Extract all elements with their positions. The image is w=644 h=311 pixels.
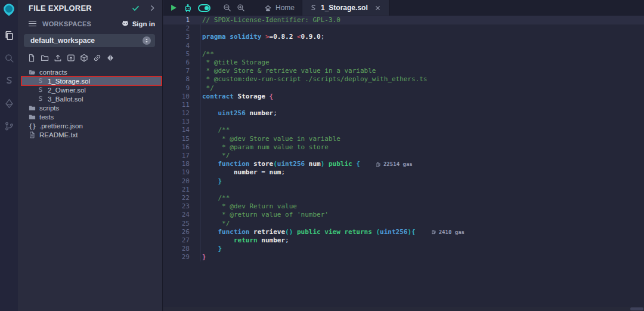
upload-folder-icon[interactable] xyxy=(67,54,75,62)
code-line[interactable]: 7 * @dev Store & retrieve value in a var… xyxy=(163,67,644,75)
line-number: 2 xyxy=(163,24,190,33)
code-line[interactable]: 4 xyxy=(163,42,644,50)
code-line[interactable]: 22 /** xyxy=(163,194,644,202)
line-number: 15 xyxy=(163,135,190,143)
code-line[interactable]: 28 } xyxy=(163,245,644,253)
horizontal-scrollbar[interactable] xyxy=(163,307,644,311)
line-number: 18 xyxy=(163,160,190,168)
code-line[interactable]: 10contract Storage { xyxy=(163,93,644,101)
code-line[interactable]: 24 * @return value of 'number' xyxy=(163,211,644,219)
line-number: 17 xyxy=(163,152,190,160)
check-icon[interactable] xyxy=(131,4,140,13)
gas-icon xyxy=(431,229,436,235)
gas-estimate-label: 22514 gas xyxy=(383,160,413,168)
code-line[interactable]: 2 xyxy=(163,24,644,33)
workspaces-row: WORKSPACES Sign in xyxy=(18,16,162,31)
line-number: 8 xyxy=(163,75,190,84)
code-line[interactable]: 11 xyxy=(163,101,644,109)
code-line[interactable]: 13 xyxy=(163,118,644,126)
line-number: 23 xyxy=(163,202,190,211)
code-line[interactable]: 21 xyxy=(163,186,644,194)
git-icon[interactable] xyxy=(4,121,14,131)
tab-label: Home xyxy=(275,4,295,12)
deploy-run-icon[interactable] xyxy=(4,98,14,109)
code-line[interactable]: 29} xyxy=(163,253,644,261)
file-explorer-panel: FILE EXPLORER WORKSPACES Sign in default… xyxy=(18,0,163,311)
tab-home[interactable]: Home xyxy=(257,0,302,16)
new-file-icon[interactable] xyxy=(27,54,36,62)
code-line[interactable]: 14 /** xyxy=(163,126,644,134)
line-number: 26 xyxy=(163,228,190,236)
tree-item-2_Owner.sol[interactable]: 2_Owner.sol xyxy=(21,85,162,94)
tab-1-storage-sol[interactable]: 1_Storage.sol xyxy=(302,0,389,16)
code-line[interactable]: 16 * @param num value to store xyxy=(163,143,644,152)
tree-item-scripts[interactable]: scripts xyxy=(21,103,162,112)
tree-item-1_Storage.sol[interactable]: 1_Storage.sol xyxy=(21,76,162,85)
panel-header: FILE EXPLORER xyxy=(18,0,162,16)
code-editor[interactable]: 1// SPDX-License-Identifier: GPL-3.023pr… xyxy=(163,16,644,307)
gas-estimate-badge[interactable]: 22514 gas xyxy=(376,160,413,168)
gas-estimate-badge[interactable]: 2410 gas xyxy=(431,228,465,236)
tree-item-contracts[interactable]: contracts xyxy=(21,67,162,76)
file-explorer-icon[interactable] xyxy=(4,30,14,41)
tree-item-.prettierrc.json[interactable]: {}.prettierrc.json xyxy=(21,121,162,130)
activity-bar xyxy=(0,0,18,311)
line-number: 10 xyxy=(163,93,190,101)
line-number: 16 xyxy=(163,143,190,152)
code-line[interactable]: 18 function store(uint256 num) public {2… xyxy=(163,160,644,168)
folder-icon xyxy=(29,113,36,121)
hamburger-menu-icon[interactable] xyxy=(29,21,36,26)
workspace-selected-value: default_workspace xyxy=(30,36,143,45)
tab-label: 1_Storage.sol xyxy=(321,4,368,12)
code-line[interactable]: 1// SPDX-License-Identifier: GPL-3.0 xyxy=(163,16,644,24)
run-script-icon[interactable] xyxy=(169,4,178,12)
chevron-right-icon[interactable] xyxy=(148,4,156,12)
tree-item-label: scripts xyxy=(39,104,59,112)
tree-item-3_Ballot.sol[interactable]: 3_Ballot.sol xyxy=(21,94,162,103)
code-line[interactable]: 20 } xyxy=(163,177,644,186)
code-line[interactable]: 25 */ xyxy=(163,220,644,228)
code-line[interactable]: 12 uint256 number; xyxy=(163,109,644,118)
code-line[interactable]: 3pragma solidity >=0.8.2 <0.9.0; xyxy=(163,33,644,41)
search-icon[interactable] xyxy=(4,53,14,63)
panel-title: FILE EXPLORER xyxy=(29,4,131,13)
line-number: 22 xyxy=(163,194,190,202)
upload-file-icon[interactable] xyxy=(54,54,62,62)
line-number: 13 xyxy=(163,118,190,126)
remix-logo[interactable] xyxy=(1,2,17,18)
ai-copilot-icon[interactable] xyxy=(183,3,193,13)
tree-item-tests[interactable]: tests xyxy=(21,112,162,121)
code-line[interactable]: 8 * @custom:dev-run-script ./scripts/dep… xyxy=(163,75,644,84)
zoom-in-icon[interactable] xyxy=(237,4,245,12)
code-line[interactable]: 27 return number; xyxy=(163,236,644,245)
workspace-select[interactable]: default_workspace xyxy=(24,34,155,47)
code-line[interactable]: 19 number = num; xyxy=(163,168,644,177)
code-line[interactable]: 6 * @title Storage xyxy=(163,58,644,67)
line-number: 3 xyxy=(163,33,190,41)
code-line[interactable]: 23 * @dev Return value xyxy=(163,202,644,211)
link-icon[interactable] xyxy=(93,54,101,62)
editor-toolbar xyxy=(163,0,251,16)
close-icon[interactable] xyxy=(374,4,382,12)
copilot-toggle[interactable] xyxy=(198,4,210,12)
zoom-out-icon[interactable] xyxy=(223,4,231,12)
tree-item-label: 2_Owner.sol xyxy=(48,87,86,94)
tree-item-README.txt[interactable]: README.txt xyxy=(21,130,162,139)
code-line[interactable]: 5/** xyxy=(163,50,644,58)
new-folder-icon[interactable] xyxy=(41,54,49,62)
gist-diamond-icon[interactable] xyxy=(106,54,114,62)
file-explorer-toolbar xyxy=(27,54,155,62)
line-number: 27 xyxy=(163,236,190,245)
solidity-icon xyxy=(37,78,44,85)
code-line[interactable]: 15 * @dev Store value in variable xyxy=(163,135,644,143)
scrollbar-thumb[interactable] xyxy=(630,307,643,310)
solidity-compiler-icon[interactable] xyxy=(4,76,14,86)
solidity-icon xyxy=(37,96,44,103)
code-line[interactable]: 26 function retrieve() public view retur… xyxy=(163,228,644,236)
line-number: 24 xyxy=(163,211,190,219)
ipfs-cube-icon[interactable] xyxy=(80,54,88,62)
editor-topbar: Home 1_Storage.sol xyxy=(163,0,644,16)
code-line[interactable]: 9 */ xyxy=(163,84,644,93)
code-line[interactable]: 17 */ xyxy=(163,152,644,160)
sign-in-button[interactable]: Sign in xyxy=(121,20,155,28)
